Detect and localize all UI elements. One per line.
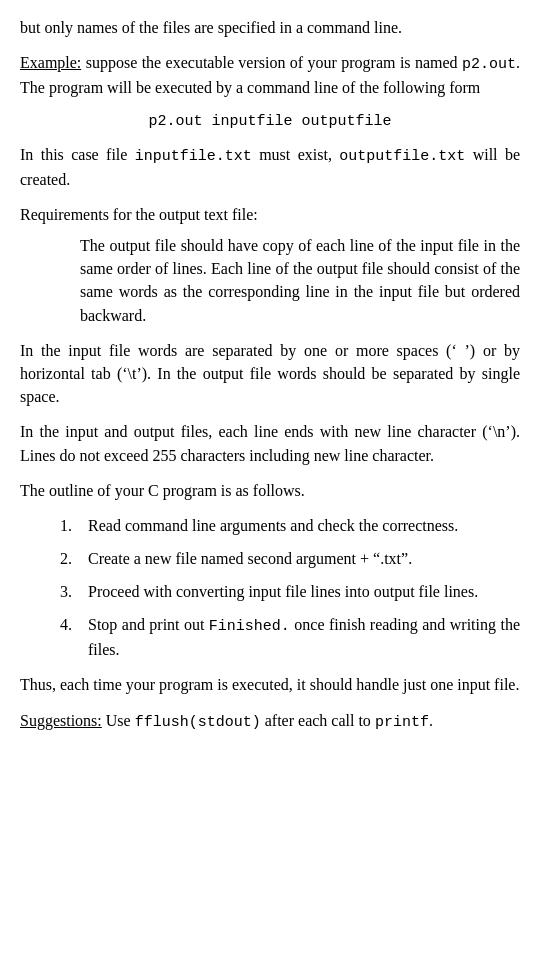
outline-list: 1. Read command line arguments and check… — [60, 514, 520, 662]
list-num-1: 1. — [60, 514, 88, 537]
must-exist-text: must exist, — [252, 146, 339, 163]
suggestions-text: Use — [102, 712, 135, 729]
in-text: In — [20, 146, 41, 163]
requirements-body: The output file should have copy of each… — [80, 234, 520, 327]
list-num-2: 2. — [60, 547, 88, 570]
printf-code: printf — [375, 714, 429, 731]
suggestions-paragraph: Suggestions: Use fflush(stdout) after ea… — [20, 709, 520, 734]
inputfile-txt-code: inputfile.txt — [135, 148, 252, 165]
suggestions-label: Suggestions: — [20, 712, 102, 729]
list-text-1: Read command line arguments and check th… — [88, 514, 520, 537]
suggestions-text-2: after each call to — [261, 712, 375, 729]
this-word: this — [41, 146, 64, 163]
outputfile-txt-code: outputfile.txt — [339, 148, 465, 165]
list-num-3: 3. — [60, 580, 88, 603]
input-words-paragraph: In the input file words are separated by… — [20, 339, 520, 409]
finished-code: Finished. — [209, 618, 290, 635]
in-this-case-paragraph: In this case file inputfile.txt must exi… — [20, 143, 520, 191]
page-content: but only names of the files are specifie… — [20, 16, 520, 733]
list-num-4: 4. — [60, 613, 88, 661]
example-label: Example: — [20, 54, 81, 71]
list-text-3: Proceed with converting input file lines… — [88, 580, 520, 603]
list-item: 1. Read command line arguments and check… — [60, 514, 520, 537]
newline-paragraph: In the input and output files, each line… — [20, 420, 520, 466]
requirements-body-text: The output file should have copy of each… — [80, 234, 520, 327]
list-text-4: Stop and print out Finished. once finish… — [88, 613, 520, 661]
list-item: 3. Proceed with converting input file li… — [60, 580, 520, 603]
example-text-1: suppose the executable version of your p… — [81, 54, 462, 71]
top-partial-text: but only names of the files are specifie… — [20, 16, 520, 39]
code-line-p2out: p2.out inputfile outputfile — [20, 111, 520, 133]
thus-paragraph: Thus, each time your program is executed… — [20, 673, 520, 696]
list-item: 2. Create a new file named second argume… — [60, 547, 520, 570]
fflush-code: fflush(stdout) — [135, 714, 261, 731]
list-4-prefix: Stop and print out — [88, 616, 209, 633]
list-text-2: Create a new file named second argument … — [88, 547, 520, 570]
example-paragraph: Example: suppose the executable version … — [20, 51, 520, 99]
p2out-code: p2.out — [462, 56, 516, 73]
list-item: 4. Stop and print out Finished. once fin… — [60, 613, 520, 661]
case-text: case file — [64, 146, 135, 163]
suggestions-end: . — [429, 712, 433, 729]
outline-paragraph: The outline of your C program is as foll… — [20, 479, 520, 502]
requirements-label: Requirements for the output text file: — [20, 203, 520, 226]
